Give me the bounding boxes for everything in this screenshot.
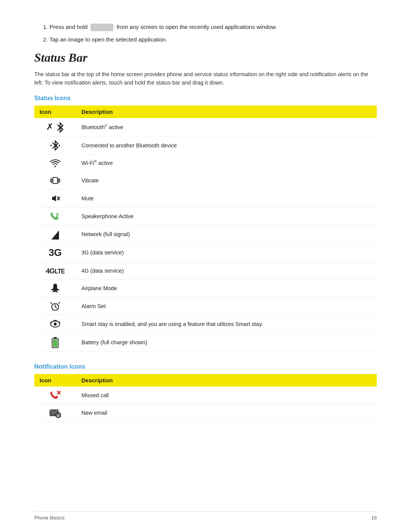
- mute-desc: Mute: [76, 190, 377, 208]
- svg-point-8: [54, 323, 57, 326]
- icon-cell: [34, 315, 76, 333]
- table-row: Smart stay is enabled, and you are using…: [34, 315, 377, 333]
- 4glte-desc: 4G (data service): [76, 262, 377, 279]
- notification-col-icon: Icon: [34, 374, 76, 387]
- svg-text:@: @: [57, 414, 60, 417]
- svg-rect-11: [54, 337, 57, 339]
- table-row: Connected to another Bluetooth device: [34, 136, 377, 154]
- 3g-desc: 3G (data service): [76, 243, 377, 262]
- wifi-icon: [50, 158, 61, 168]
- table-row: Wi-Fi® active: [34, 154, 377, 171]
- table-row: 3G 3G (data service): [34, 243, 377, 262]
- icon-cell: ✗: [34, 118, 76, 136]
- step2-text: Tap an image to open the selected applic…: [49, 36, 167, 43]
- notification-col-desc: Description: [76, 374, 377, 387]
- icon-cell: [34, 387, 76, 404]
- new-email-icon: @: [49, 407, 61, 417]
- table-row: Network (full signal): [34, 225, 377, 243]
- smartstay-desc: Smart stay is enabled, and you are using…: [76, 315, 377, 333]
- table-row: Missed call: [34, 387, 377, 404]
- table-row: Airplane Mode: [34, 279, 377, 297]
- step1-pre-text: Press and hold: [49, 24, 88, 30]
- alarm-desc: Alarm Set: [76, 297, 377, 315]
- 4glte-icon: 4GLTE: [46, 267, 64, 275]
- svg-marker-5: [51, 230, 59, 240]
- airplane-desc: Airplane Mode: [76, 279, 377, 297]
- airplane-icon: [50, 283, 61, 292]
- notification-icons-table: Icon Description: [34, 374, 377, 422]
- icon-cell: 4GLTE: [34, 262, 76, 279]
- table-row: ✗ Bluetooth® active: [34, 118, 377, 136]
- status-icons-heading: Status Icons: [34, 95, 377, 102]
- status-col-desc: Description: [76, 105, 377, 118]
- bluetooth-connected-icon: [50, 140, 61, 150]
- svg-point-0: [54, 166, 56, 167]
- network-signal-icon: [51, 229, 60, 239]
- wifi-desc: Wi-Fi® active: [76, 154, 377, 171]
- icon-cell: [34, 154, 76, 171]
- alarm-icon: [50, 301, 61, 310]
- section-title: Status Bar: [34, 51, 377, 65]
- icon-cell: [34, 333, 76, 352]
- status-col-icon: Icon: [34, 105, 76, 118]
- svg-marker-2: [52, 195, 56, 201]
- footer-left: Phone Basics: [34, 515, 65, 521]
- table-row: 4GLTE 4G (data service): [34, 262, 377, 279]
- table-row: @ New email: [34, 404, 377, 422]
- speakerphone-icon: [50, 211, 60, 220]
- page: Press and hold from any screen to open t…: [0, 0, 411, 532]
- vibrate-icon: [49, 175, 61, 185]
- intro-list: Press and hold from any screen to open t…: [34, 23, 377, 44]
- status-table-header: Icon Description: [34, 105, 377, 118]
- icon-cell: [34, 171, 76, 189]
- intro-step-2: Tap an image to open the selected applic…: [49, 35, 377, 44]
- icon-cell: [34, 225, 76, 243]
- mute-icon: [51, 193, 60, 203]
- bluetooth-icon: ✗: [46, 121, 65, 132]
- notification-icons-heading: Notification Icons: [34, 363, 377, 370]
- footer: Phone Basics 18: [34, 511, 377, 521]
- notification-table-header: Icon Description: [34, 374, 377, 387]
- icon-cell: 3G: [34, 243, 76, 262]
- icon-cell: [34, 297, 76, 315]
- network-desc: Network (full signal): [76, 225, 377, 243]
- table-row: Speakerphone Active: [34, 208, 377, 225]
- battery-desc: Battery (full charge shown): [76, 333, 377, 352]
- missed-call-desc: Missed call: [76, 387, 377, 404]
- svg-rect-10: [53, 339, 57, 347]
- status-icons-table: Icon Description ✗: [34, 105, 377, 352]
- section-description: The status bar at the top of the home sc…: [34, 70, 369, 87]
- step1-post-text: from any screen to open the recently use…: [116, 24, 277, 30]
- icon-cell: [34, 136, 76, 154]
- 3g-icon: 3G: [49, 247, 62, 258]
- battery-icon: [52, 337, 59, 347]
- icon-cell: [34, 208, 76, 225]
- speakerphone-desc: Speakerphone Active: [76, 208, 377, 225]
- smartstay-icon: [49, 319, 61, 328]
- new-email-desc: New email: [76, 404, 377, 422]
- footer-right: 18: [371, 515, 377, 521]
- table-row: Battery (full charge shown): [34, 333, 377, 352]
- svg-rect-1: [53, 177, 57, 184]
- icon-cell: [34, 279, 76, 297]
- intro-step-1: Press and hold from any screen to open t…: [49, 23, 377, 32]
- icon-cell: [34, 190, 76, 208]
- missed-call-icon: [50, 390, 61, 399]
- bluetooth-active-desc: Bluetooth® active: [76, 118, 377, 136]
- vibrate-desc: Vibrate: [76, 171, 377, 189]
- icon-cell: @: [34, 404, 76, 422]
- table-row: Alarm Set: [34, 297, 377, 315]
- bluetooth-connected-desc: Connected to another Bluetooth device: [76, 136, 377, 154]
- table-row: Mute: [34, 190, 377, 208]
- button-placeholder: [91, 24, 113, 31]
- table-row: Vibrate: [34, 171, 377, 189]
